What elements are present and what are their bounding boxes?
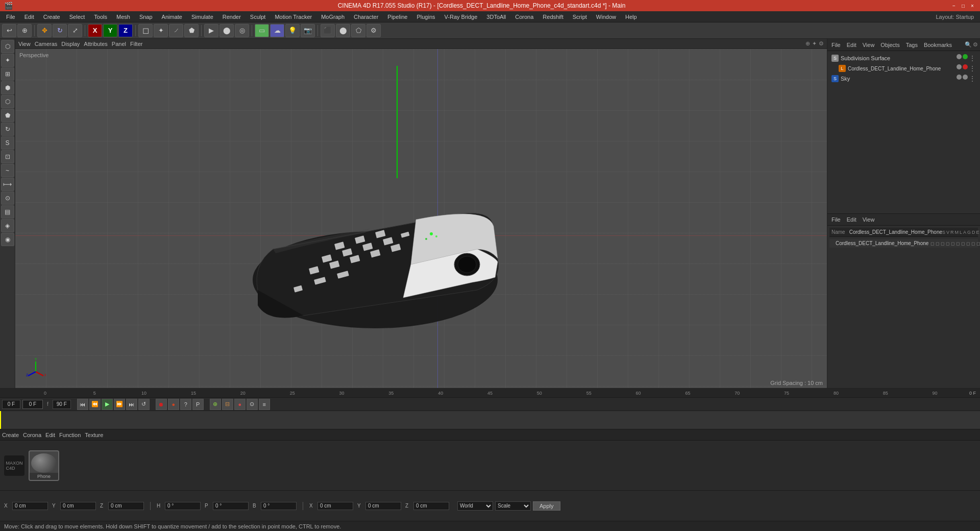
floor-button[interactable]: ▭ xyxy=(255,24,269,37)
timeline-btn2[interactable]: ≡ xyxy=(259,399,270,410)
obj-settings-icon[interactable]: ⚙ xyxy=(973,41,978,48)
attr-tb-file[interactable]: File xyxy=(829,216,843,223)
render-region-button[interactable]: ⬤ xyxy=(219,24,234,37)
menu-snap[interactable]: Snap xyxy=(135,13,157,21)
undo-button[interactable]: ↩ xyxy=(2,24,16,37)
prev-frame-button[interactable]: ⏪ xyxy=(89,399,101,410)
mat-tb-create[interactable]: Create xyxy=(2,432,19,438)
cylinder-button[interactable]: ⬠ xyxy=(351,24,365,37)
menu-plugins[interactable]: Plugins xyxy=(412,13,439,21)
pose-button[interactable]: P xyxy=(192,399,204,410)
next-frame-button[interactable]: ⏩ xyxy=(114,399,125,410)
mat-tb-edit[interactable]: Edit xyxy=(45,432,55,438)
obj-tb-edit[interactable]: Edit xyxy=(845,42,859,48)
menu-pipeline[interactable]: Pipeline xyxy=(383,13,411,21)
obj-tb-bookmarks[interactable]: Bookmarks xyxy=(922,42,954,48)
attr-obj-l[interactable]: ◻ xyxy=(951,241,954,246)
magnet-tool[interactable]: ⬡ xyxy=(1,95,14,108)
vp-menu-panel[interactable]: Panel xyxy=(112,41,126,47)
menu-simulate[interactable]: Simulate xyxy=(187,13,217,21)
layer-tool[interactable]: ▤ xyxy=(1,205,14,219)
obj-subdivision-surface[interactable]: S Subdivision Surface ⋮ xyxy=(829,53,978,63)
viewport-canvas[interactable]: Perspective Y X Z Grid Spacing : 10 cm xyxy=(15,49,827,388)
point-mode-button[interactable]: ✦ xyxy=(154,24,168,37)
sky-button[interactable]: ☁ xyxy=(270,24,284,37)
attr-obj-m[interactable]: ◻ xyxy=(946,241,949,246)
obj-ctrl-dot-2[interactable] xyxy=(963,54,968,59)
settings-button[interactable]: ⚙ xyxy=(366,24,381,37)
coord-b-input[interactable] xyxy=(261,502,297,510)
poly-tool[interactable]: ⊡ xyxy=(1,150,14,163)
obj-sky-more[interactable]: ⋮ xyxy=(969,75,976,83)
obj-sky[interactable]: S Sky ⋮ xyxy=(829,74,978,84)
attr-obj-a[interactable]: ◻ xyxy=(956,241,960,246)
menu-edit[interactable]: Edit xyxy=(20,13,38,21)
vp-icon-2[interactable]: ✦ xyxy=(812,40,817,47)
menu-script[interactable]: Script xyxy=(569,13,591,21)
menu-sculpt[interactable]: Sculpt xyxy=(246,13,270,21)
attr-obj-s[interactable]: ◻ xyxy=(930,241,934,246)
coord-sz-input[interactable] xyxy=(413,502,449,510)
mat-tb-corona[interactable]: Corona xyxy=(23,432,41,438)
coord-p-input[interactable] xyxy=(213,502,249,510)
play-button[interactable]: ▶ xyxy=(102,399,113,410)
z-axis-button[interactable]: Z xyxy=(118,24,133,37)
timeline-track[interactable] xyxy=(0,411,980,429)
measure-tool[interactable]: ⟼ xyxy=(1,178,14,191)
menu-create[interactable]: Create xyxy=(39,13,64,21)
vp-menu-cameras[interactable]: Cameras xyxy=(35,41,58,47)
coord-sx-input[interactable] xyxy=(317,502,353,510)
vp-icon-3[interactable]: ⚙ xyxy=(819,40,824,47)
edge-mode-button[interactable]: ⟋ xyxy=(169,24,183,37)
attr-obj-x[interactable]: ◻ xyxy=(976,241,980,246)
vp-icon-1[interactable]: ⊕ xyxy=(805,40,810,47)
attr-obj-d[interactable]: ◻ xyxy=(966,241,970,246)
go-start-button[interactable]: ⏮ xyxy=(77,399,88,410)
obj-sky-dot-2[interactable] xyxy=(963,75,968,80)
y-axis-button[interactable]: Y xyxy=(103,24,117,37)
auto-keyframe-button[interactable]: ● xyxy=(234,399,246,410)
coord-y-input[interactable] xyxy=(60,502,96,510)
cube-button[interactable]: ⬛ xyxy=(321,24,335,37)
menu-vraybridge[interactable]: V-Ray Bridge xyxy=(440,13,482,21)
obj-search-icon[interactable]: 🔍 xyxy=(965,41,972,48)
camera-button[interactable]: 📷 xyxy=(301,24,315,37)
paint-tool[interactable]: ✦ xyxy=(1,54,14,67)
mat-tb-texture[interactable]: Texture xyxy=(85,432,103,438)
coord-h-input[interactable] xyxy=(165,502,201,510)
coord-z-input[interactable] xyxy=(108,502,144,510)
obj-tb-tags[interactable]: Tags xyxy=(904,42,920,48)
rotate-tool[interactable]: ↻ xyxy=(1,123,14,136)
polygon-mode-button[interactable]: ⬟ xyxy=(184,24,199,37)
minimize-button[interactable]: − xyxy=(950,2,958,9)
obj-phone-model[interactable]: L Cordless_DECT_Landline_Home_Phone ⋮ xyxy=(829,63,978,74)
loop-button[interactable]: ↺ xyxy=(138,399,150,410)
attr-obj-e[interactable]: ◻ xyxy=(971,241,975,246)
menu-select[interactable]: Select xyxy=(65,13,89,21)
sculpt-tool[interactable]: S xyxy=(1,136,14,150)
material-phone[interactable]: Phone xyxy=(29,450,59,481)
spline-tool[interactable]: ⬟ xyxy=(1,109,14,122)
scale-tool-button[interactable]: ⤢ xyxy=(68,24,82,37)
object-mode-button[interactable]: ◻ xyxy=(138,24,153,37)
obj-ctrl-more[interactable]: ⋮ xyxy=(969,54,976,62)
vp-menu-filter[interactable]: Filter xyxy=(130,41,142,47)
autokey-button[interactable]: ● xyxy=(168,399,179,410)
attr-selected-object-row[interactable]: Cordless_DECT_Landline_Home_Phone ◻ ◻ ◻ … xyxy=(829,239,978,248)
phone-model[interactable] xyxy=(242,178,508,331)
selection-tool[interactable]: ⬡ xyxy=(1,40,14,53)
attr-tb-edit[interactable]: Edit xyxy=(845,216,859,223)
mat-tb-function[interactable]: Function xyxy=(59,432,81,438)
attr-tb-view[interactable]: View xyxy=(861,216,877,223)
rotate-tool-button[interactable]: ↻ xyxy=(53,24,67,37)
go-end-button[interactable]: ⏭ xyxy=(126,399,137,410)
vp-menu-display[interactable]: Display xyxy=(61,41,80,47)
x-axis-button[interactable]: X xyxy=(88,24,102,37)
attr-obj-r[interactable]: ◻ xyxy=(941,241,944,246)
obj-ctrl-dot-1[interactable] xyxy=(957,54,962,59)
obj-tb-view[interactable]: View xyxy=(861,42,877,48)
menu-mograph[interactable]: MoGraph xyxy=(317,13,349,21)
move-tool-button[interactable]: ✥ xyxy=(37,24,52,37)
menu-file[interactable]: File xyxy=(2,13,19,21)
close-button[interactable]: × xyxy=(969,2,976,9)
